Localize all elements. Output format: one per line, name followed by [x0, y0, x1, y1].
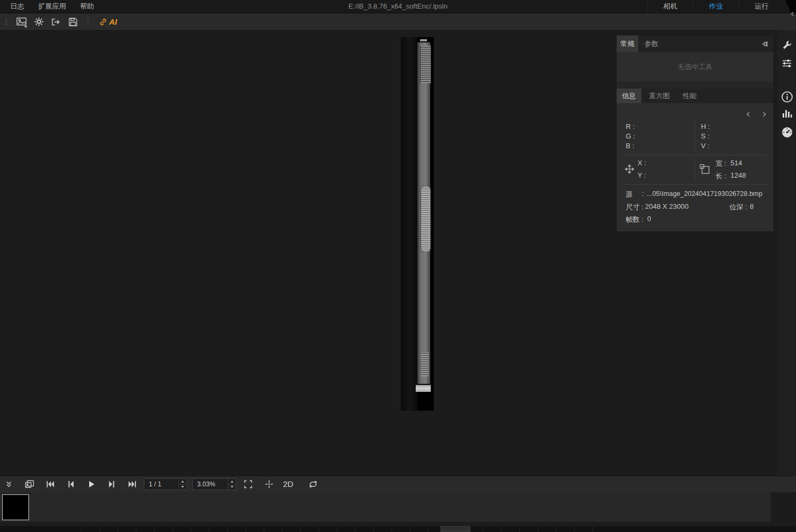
- tool-info-panel: 常规 参数 无选中工具 信息 直方图 性能 R : G: [617, 35, 773, 231]
- menubar: 日志 扩展应用 帮助 E:/IB_3.8.76_x64_softEnc/.lps…: [0, 0, 796, 13]
- info-content: R : G : B : H : S : V : X : Y : 宽 : 514 …: [617, 103, 773, 231]
- skip-last-button[interactable]: [127, 476, 138, 492]
- region-y-label: Y :: [638, 171, 646, 179]
- move-icon: [625, 164, 634, 174]
- scan-image-capsule-feature: [421, 185, 431, 253]
- parameters-button[interactable]: [781, 57, 793, 69]
- crosshair-icon: [265, 480, 273, 489]
- export-button[interactable]: [47, 13, 64, 30]
- loop-button[interactable]: [308, 476, 319, 492]
- pixel-v-label: V :: [701, 142, 710, 150]
- tool-settings-button[interactable]: [781, 39, 793, 51]
- next-image-arrow[interactable]: [760, 110, 769, 119]
- pixel-r-label: R :: [626, 122, 635, 130]
- region-width-value: 514: [730, 159, 742, 167]
- no-tool-selected-text: 无选中工具: [617, 52, 773, 82]
- scan-image-lower-texture: [421, 352, 429, 376]
- panel-gap: [617, 82, 773, 89]
- next-frame-button[interactable]: [106, 476, 117, 492]
- roi-rect-icon: [699, 164, 710, 174]
- previous-frame-icon: [67, 480, 75, 488]
- menu-job[interactable]: 作业: [693, 0, 739, 13]
- loop-icon: [308, 480, 318, 489]
- scan-image-top-texture: [420, 46, 431, 83]
- export-icon: [50, 17, 61, 27]
- zoom-spinner-up[interactable]: [228, 479, 236, 485]
- toolbar-grip[interactable]: ⋮: [0, 13, 13, 30]
- info-circle-icon: [781, 91, 793, 103]
- save-button[interactable]: [64, 13, 82, 30]
- zoom-spinner-down[interactable]: [228, 485, 236, 490]
- performance-panel-button[interactable]: [781, 126, 793, 138]
- gauge-icon: [781, 126, 793, 139]
- bit-depth-value: 8: [750, 202, 754, 210]
- skip-first-button[interactable]: [45, 476, 55, 492]
- collapse-strip-arrow[interactable]: [789, 11, 795, 17]
- window-title: E:/IB_3.8.76_x64_softEnc/.lpsln: [349, 0, 447, 13]
- size-value: 2048 X 23000: [645, 202, 689, 210]
- prev-image-arrow[interactable]: [744, 110, 752, 119]
- size-label: 尺寸 :: [626, 202, 643, 212]
- source-value: ...05\Image_20240417193026728.bmp: [647, 190, 762, 198]
- menu-help[interactable]: 帮助: [73, 0, 101, 13]
- tab-performance[interactable]: 性能: [677, 89, 702, 103]
- source-label: 源: [626, 190, 633, 199]
- tab-general[interactable]: 常规: [617, 35, 638, 52]
- menu-log[interactable]: 日志: [3, 0, 31, 13]
- scan-image-dark-region: [401, 37, 417, 411]
- pixel-b-label: B :: [626, 142, 634, 150]
- collapse-playbar-button[interactable]: [3, 476, 14, 492]
- next-frame-icon: [108, 480, 115, 488]
- app-window: 日志 扩展应用 帮助 E:/IB_3.8.76_x64_softEnc/.lps…: [0, 0, 796, 532]
- play-icon: [88, 480, 95, 488]
- tab-info[interactable]: 信息: [617, 89, 641, 103]
- fit-view-button[interactable]: [243, 476, 254, 492]
- center-view-button[interactable]: [264, 476, 274, 492]
- divider: [694, 158, 695, 180]
- frame-spinner-up[interactable]: [179, 479, 186, 485]
- region-width-label: 宽 :: [715, 159, 726, 169]
- fullscreen-icon: [244, 480, 252, 489]
- sliders-icon: [781, 58, 792, 69]
- wrench-icon: [781, 40, 792, 50]
- bottom-strip-highlight: [440, 526, 471, 532]
- menu-camera[interactable]: 相机: [647, 0, 693, 13]
- image-icon: [16, 17, 27, 26]
- filmstrip-toggle-button[interactable]: [24, 476, 35, 492]
- image-stack-icon: [25, 480, 34, 489]
- scan-image: [401, 37, 434, 411]
- frame-spinner-down[interactable]: [179, 485, 186, 490]
- double-chevron-down-icon: [5, 480, 13, 489]
- skip-last-icon: [128, 480, 137, 488]
- region-length-value: 1248: [730, 171, 746, 179]
- open-image-button[interactable]: [13, 13, 30, 30]
- frame-spinner[interactable]: 1 / 1: [144, 478, 187, 490]
- gear-icon: [34, 17, 44, 27]
- toolbar-grip-2[interactable]: ⋮: [82, 13, 95, 30]
- tab-parameters[interactable]: 参数: [638, 35, 665, 52]
- zoom-spinner[interactable]: 3.03%: [192, 478, 236, 490]
- settings-button[interactable]: [30, 13, 47, 30]
- menu-run[interactable]: 运行: [739, 0, 784, 13]
- right-tool-strip: [778, 30, 796, 476]
- panel-top-tabbar: 常规 参数: [617, 35, 773, 52]
- pin-icon: [761, 40, 769, 48]
- playback-bar: 1 / 1 3.03% 2D: [0, 476, 796, 492]
- filmstrip: [0, 492, 771, 522]
- previous-frame-button[interactable]: [66, 476, 76, 492]
- frame-thumbnail[interactable]: [2, 494, 29, 520]
- histogram-panel-button[interactable]: [781, 107, 793, 119]
- toolbar: ⋮ ⋮ AI: [0, 13, 796, 31]
- pixel-s-label: S :: [701, 132, 710, 140]
- dropdown-caret-icon: [24, 26, 27, 28]
- info-panel-button[interactable]: [781, 91, 793, 103]
- ai-button[interactable]: AI: [95, 13, 121, 30]
- menu-extensions[interactable]: 扩展应用: [31, 0, 73, 13]
- pixel-g-label: G :: [626, 132, 635, 140]
- tab-histogram[interactable]: 直方图: [643, 89, 675, 103]
- mode-2d-button[interactable]: 2D: [283, 476, 293, 492]
- pin-button[interactable]: [761, 40, 769, 48]
- frame-count-value: 0: [647, 215, 651, 223]
- panel-info-tabbar: 信息 直方图 性能: [617, 89, 773, 103]
- play-button[interactable]: [86, 476, 97, 492]
